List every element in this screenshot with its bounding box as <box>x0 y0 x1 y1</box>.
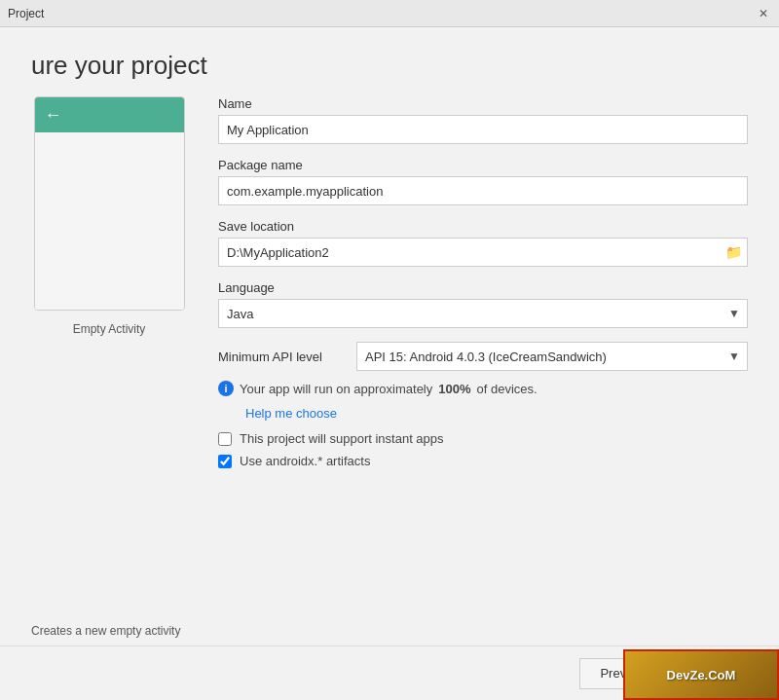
package-label: Package name <box>218 158 748 172</box>
name-group: Name <box>218 96 748 144</box>
main-area: ← Empty Activity Name Package name <box>0 96 779 612</box>
save-input[interactable] <box>218 238 748 267</box>
androidx-checkbox[interactable] <box>218 455 232 468</box>
phone-preview: ← <box>34 96 185 311</box>
language-select[interactable]: Java Kotlin <box>218 299 748 328</box>
phone-top-bar: ← <box>35 97 184 132</box>
name-label: Name <box>218 96 748 111</box>
info-text-prefix: Your app will run on approximately <box>240 382 432 396</box>
language-label: Language <box>218 280 748 295</box>
title-bar-controls: ✕ <box>756 6 771 21</box>
window-title: Project <box>8 7 44 20</box>
instant-apps-label: This project will support instant apps <box>240 431 444 446</box>
save-input-wrapper: 📁 <box>218 238 748 267</box>
info-icon: i <box>218 381 234 396</box>
close-button[interactable]: ✕ <box>756 6 771 21</box>
save-label: Save location <box>218 219 748 234</box>
bottom-bar: Previous Next DevZe.CoM <box>0 645 779 700</box>
instant-apps-row: This project will support instant apps <box>218 431 748 446</box>
info-text-suffix: of devices. <box>477 382 538 396</box>
creates-label: Creates a new empty activity <box>0 616 779 645</box>
right-panel: Name Package name Save location 📁 <box>218 96 748 612</box>
phone-body <box>35 132 184 310</box>
package-group: Package name <box>218 158 748 205</box>
info-row: i Your app will run on approximately 100… <box>218 381 748 396</box>
activity-label: Empty Activity <box>73 322 146 336</box>
page-title: ure your project <box>0 27 779 96</box>
api-label: Minimum API level <box>218 350 345 364</box>
name-input[interactable] <box>218 115 748 144</box>
devze-badge: DevZe.CoM <box>623 649 779 700</box>
androidx-label: Use androidx.* artifacts <box>240 454 370 468</box>
back-arrow-icon: ← <box>45 105 62 126</box>
left-panel: ← Empty Activity <box>31 96 187 612</box>
api-select-wrapper: API 15: Android 4.0.3 (IceCreamSandwich)… <box>356 342 748 371</box>
save-location-group: Save location 📁 <box>218 219 748 267</box>
androidx-row: Use androidx.* artifacts <box>218 454 748 468</box>
window: Project ✕ ure your project ← Empty Activ… <box>0 0 779 700</box>
instant-apps-checkbox[interactable] <box>218 432 232 446</box>
title-bar: Project ✕ <box>0 0 779 27</box>
badge-text: DevZe.CoM <box>667 668 736 682</box>
content-area: ure your project ← Empty Activity Name <box>0 27 779 645</box>
language-select-wrapper: Java Kotlin ▼ <box>218 299 748 328</box>
api-row: Minimum API level API 15: Android 4.0.3 … <box>218 342 748 371</box>
language-group: Language Java Kotlin ▼ <box>218 280 748 328</box>
package-input[interactable] <box>218 176 748 205</box>
api-select[interactable]: API 15: Android 4.0.3 (IceCreamSandwich)… <box>356 342 748 371</box>
help-link[interactable]: Help me choose <box>245 406 337 421</box>
info-percent: 100% <box>438 382 470 396</box>
